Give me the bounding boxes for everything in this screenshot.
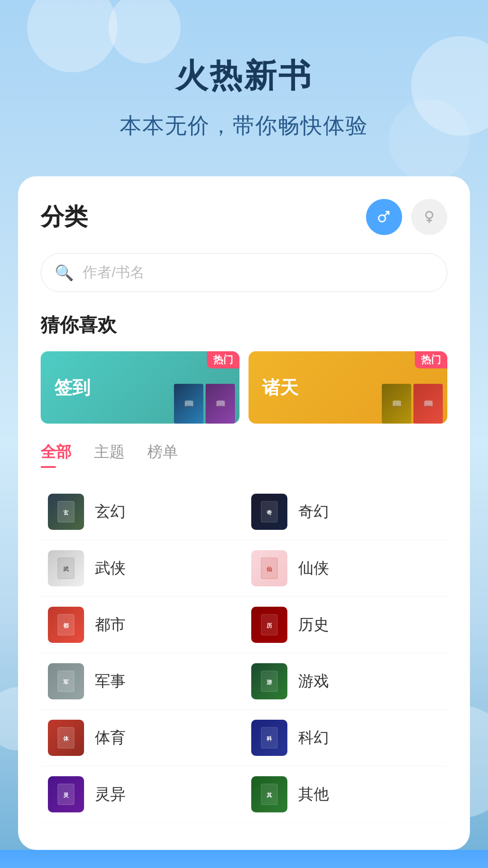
category-grid: 玄 玄幻 奇 奇幻 武 武侠 [41,484,447,823]
sub-title: 本本无价，带你畅快体验 [27,111,461,140]
category-thumb-dushi: 都 [48,607,84,643]
category-dushi[interactable]: 都 都市 [41,597,244,653]
svg-point-1 [426,212,433,218]
svg-text:体: 体 [63,736,69,742]
category-thumb-youxi: 游 [251,663,287,699]
header-section: 火热新书 本本无价，带你畅快体验 [0,0,488,167]
category-name-qita: 其他 [298,784,329,805]
svg-text:灵: 灵 [63,792,69,798]
search-placeholder: 作者/书名 [83,263,145,283]
category-lishi[interactable]: 历 历史 [244,597,447,653]
featured-card-signin-books: 📖 📖 [174,384,235,424]
category-thumb-lingyi: 灵 [48,776,84,812]
featured-cards: 热门 签到 📖 📖 热门 诸天 📖 📖 [41,351,447,424]
category-youxi[interactable]: 游 游戏 [244,653,447,710]
svg-text:科: 科 [266,736,272,742]
svg-text:武: 武 [63,566,69,572]
svg-text:奇: 奇 [267,509,272,516]
svg-text:游: 游 [267,679,272,685]
category-thumb-xianxia: 仙 [251,550,287,586]
hot-badge-signin: 热门 [207,351,239,368]
category-wuxia[interactable]: 武 武侠 [41,540,244,597]
svg-text:都: 都 [63,623,69,629]
featured-card-signin[interactable]: 热门 签到 📖 📖 [41,351,239,424]
bottom-bar [0,850,488,868]
guess-you-like-title: 猜你喜欢 [41,312,447,338]
svg-text:军: 军 [63,679,69,685]
gender-buttons [366,199,447,235]
featured-card-world[interactable]: 热门 诸天 📖 📖 [249,351,447,424]
category-xianxia[interactable]: 仙 仙侠 [244,540,447,597]
category-junshi[interactable]: 军 军事 [41,653,244,710]
category-name-xianxia: 仙侠 [298,558,329,579]
svg-text:仙: 仙 [266,566,272,572]
category-tabs: 全部 主题 榜单 [41,442,447,468]
card-title: 分类 [41,201,88,233]
svg-text:历: 历 [266,623,272,629]
featured-card-world-books: 📖 📖 [382,384,443,424]
category-qita[interactable]: 其 其他 [244,766,447,823]
category-name-dushi: 都市 [95,614,126,635]
category-name-tiyu: 体育 [95,727,126,748]
category-thumb-qihuan: 奇 [251,494,287,530]
tab-ranking[interactable]: 榜单 [147,442,178,468]
category-name-lishi: 历史 [298,614,329,635]
category-name-kehuan: 科幻 [298,727,329,748]
category-thumb-wuxia: 武 [48,550,84,586]
tab-all[interactable]: 全部 [41,442,71,468]
svg-text:其: 其 [267,792,272,798]
main-title: 火热新书 [27,54,461,98]
male-gender-button[interactable] [366,199,402,235]
category-thumb-lishi: 历 [251,607,287,643]
main-card: 分类 🔍 作者/书名 猜你喜欢 热门 签到 [18,176,470,850]
category-name-qihuan: 奇幻 [298,501,329,522]
category-kehuan[interactable]: 科 科幻 [244,710,447,766]
category-thumb-xuanhuan: 玄 [48,494,84,530]
category-xuanhuan[interactable]: 玄 玄幻 [41,484,244,540]
category-thumb-kehuan: 科 [251,720,287,756]
category-lingyi[interactable]: 灵 灵异 [41,766,244,823]
category-name-junshi: 军事 [95,671,126,692]
female-gender-button[interactable] [411,199,447,235]
tab-theme[interactable]: 主题 [94,442,125,468]
category-qihuan[interactable]: 奇 奇幻 [244,484,447,540]
category-tiyu[interactable]: 体 体育 [41,710,244,766]
hot-badge-world: 热门 [415,351,447,368]
search-icon: 🔍 [55,264,74,282]
category-thumb-junshi: 军 [48,663,84,699]
category-name-xuanhuan: 玄幻 [95,501,126,522]
category-name-lingyi: 灵异 [95,784,126,805]
search-bar[interactable]: 🔍 作者/书名 [41,253,447,292]
featured-card-signin-label: 签到 [41,375,90,400]
category-thumb-qita: 其 [251,776,287,812]
category-name-wuxia: 武侠 [95,558,126,579]
featured-card-world-label: 诸天 [249,375,298,400]
svg-text:玄: 玄 [63,509,69,516]
category-thumb-tiyu: 体 [48,720,84,756]
category-name-youxi: 游戏 [298,671,329,692]
svg-point-0 [379,215,385,222]
card-header: 分类 [41,199,447,235]
